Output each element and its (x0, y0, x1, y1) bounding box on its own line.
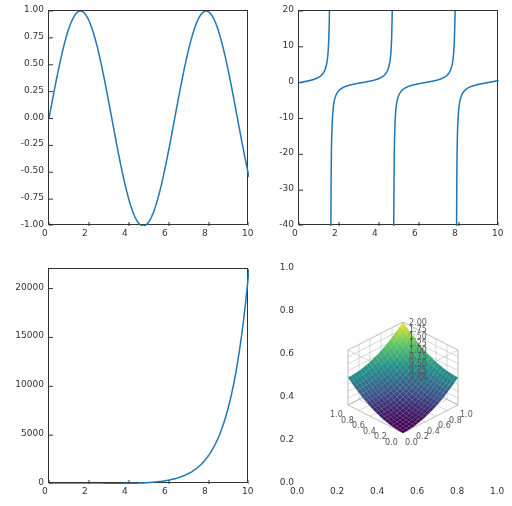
svg-text:2.00: 2.00 (409, 318, 427, 327)
panel-tan (298, 10, 498, 225)
svg-text:1.0: 1.0 (460, 410, 473, 419)
svg-text:0.6: 0.6 (352, 421, 365, 430)
tan-plot (299, 11, 499, 226)
svg-text:0.2: 0.2 (374, 432, 387, 441)
svg-text:0.4: 0.4 (363, 427, 376, 436)
surface-plot: 0.000.250.500.751.001.251.501.752.000.00… (298, 268, 498, 483)
figure-grid: -1.00-0.75-0.50-0.250.000.250.500.751.00… (0, 0, 512, 506)
svg-text:0.0: 0.0 (385, 438, 398, 447)
panel-surface: 0.000.250.500.751.001.251.501.752.000.00… (298, 268, 498, 483)
svg-text:0.8: 0.8 (341, 416, 354, 425)
exp-plot (49, 269, 249, 484)
panel-sine (48, 10, 248, 225)
svg-text:1.0: 1.0 (330, 410, 343, 419)
sine-plot (49, 11, 249, 226)
panel-exp (48, 268, 248, 483)
